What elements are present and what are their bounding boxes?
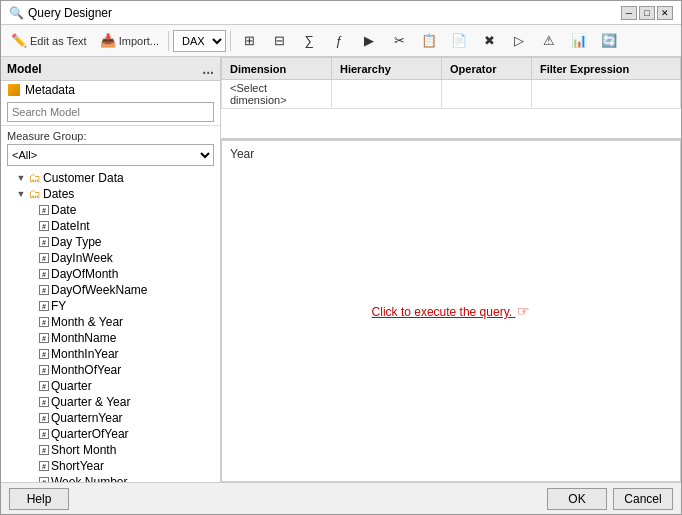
hierarchy-cell [332, 80, 442, 109]
tree-item-quarter-year[interactable]: # Quarter & Year [1, 394, 220, 410]
year-label: Year [230, 147, 254, 161]
field-icon: # [39, 365, 49, 375]
tree-item-fy[interactable]: # FY [1, 298, 220, 314]
model-label: Model [7, 62, 42, 76]
measure-group-dropdown[interactable]: <All> [7, 144, 214, 166]
dimension-table: Dimension Hierarchy Operator Filter Expr… [221, 57, 681, 109]
toolbar-sigma-icon[interactable]: ƒ [325, 29, 353, 53]
metadata-item[interactable]: Metadata [1, 81, 220, 99]
expand-icon: ▼ [15, 172, 27, 184]
tree-area: ▼ 🗂 Customer Data ▼ 🗂 Dates # Date [1, 170, 220, 482]
field-icon: # [39, 253, 49, 263]
tree-item-quarternyear[interactable]: # QuarternYear [1, 410, 220, 426]
field-icon: # [39, 429, 49, 439]
field-icon: # [39, 301, 49, 311]
tree-item-date[interactable]: # Date [1, 202, 220, 218]
toolbar-cut-icon[interactable]: ✂ [385, 29, 413, 53]
tree-item-monthname[interactable]: # MonthName [1, 330, 220, 346]
field-icon: # [39, 461, 49, 471]
toolbar-run-icon[interactable]: ▷ [505, 29, 533, 53]
toolbar-warning-icon[interactable]: ⚠ [535, 29, 563, 53]
tree-item-customer-data[interactable]: ▼ 🗂 Customer Data [1, 170, 220, 186]
tree-item-monthinyear[interactable]: # MonthInYear [1, 346, 220, 362]
toolbar-calc-icon[interactable]: ∑ [295, 29, 323, 53]
field-icon: # [39, 237, 49, 247]
hierarchy-column-header: Hierarchy [332, 58, 442, 80]
operator-cell [442, 80, 532, 109]
click-to-execute-link[interactable]: Click to execute the query. ☞ [372, 303, 531, 319]
left-panel: Model ... Metadata Measure Group: <All> … [1, 57, 221, 482]
dimension-table-area: Dimension Hierarchy Operator Filter Expr… [221, 57, 681, 140]
main-content: Model ... Metadata Measure Group: <All> … [1, 57, 681, 482]
ok-button[interactable]: OK [547, 488, 607, 510]
toolbar-delete-icon[interactable]: ✖ [475, 29, 503, 53]
toolbar-arrow-icon[interactable]: ▶ [355, 29, 383, 53]
field-icon: # [39, 285, 49, 295]
filter-expression-cell [532, 80, 681, 109]
tree-item-quarterofyear[interactable]: # QuarterOfYear [1, 426, 220, 442]
field-icon: # [39, 445, 49, 455]
more-options-button[interactable]: ... [202, 61, 214, 77]
title-bar-controls: ─ □ ✕ [621, 6, 673, 20]
field-icon: # [39, 269, 49, 279]
window-title: Query Designer [28, 6, 112, 20]
tree-item-dayofweekname[interactable]: # DayOfWeekName [1, 282, 220, 298]
maximize-button[interactable]: □ [639, 6, 655, 20]
toolbar-copy-icon[interactable]: 📋 [415, 29, 443, 53]
toolbar-grid-icon[interactable]: ⊞ [235, 29, 263, 53]
import-button[interactable]: 📥 Import... [94, 29, 164, 53]
measure-group-label: Measure Group: [1, 126, 220, 144]
operator-column-header: Operator [442, 58, 532, 80]
title-bar-left: 🔍 Query Designer [9, 6, 112, 20]
field-icon: # [39, 397, 49, 407]
import-icon: 📥 [99, 32, 117, 50]
bottom-left: Help [9, 488, 69, 510]
minimize-button[interactable]: ─ [621, 6, 637, 20]
hand-cursor-icon: ☞ [517, 303, 530, 319]
field-icon: # [39, 349, 49, 359]
tree-item-dateint[interactable]: # DateInt [1, 218, 220, 234]
tree-item-month-year[interactable]: # Month & Year [1, 314, 220, 330]
tree-item-quarter[interactable]: # Quarter [1, 378, 220, 394]
filter-row [221, 109, 681, 139]
cancel-button[interactable]: Cancel [613, 488, 673, 510]
metadata-icon [7, 83, 21, 97]
help-button[interactable]: Help [9, 488, 69, 510]
dax-dropdown[interactable]: DAX [173, 30, 226, 52]
toolbar-separator-1 [168, 31, 169, 51]
field-icon: # [39, 221, 49, 231]
tree-item-dayinweek[interactable]: # DayInWeek [1, 250, 220, 266]
table-row[interactable]: <Select dimension> [222, 80, 681, 109]
filter-expression-column-header: Filter Expression [532, 58, 681, 80]
toolbar-chart-icon[interactable]: 📊 [565, 29, 593, 53]
close-button[interactable]: ✕ [657, 6, 673, 20]
tree-item-week-number[interactable]: # Week Number [1, 474, 220, 482]
data-area: Year Click to execute the query. ☞ [221, 140, 681, 482]
tree-item-dates[interactable]: ▼ 🗂 Dates [1, 186, 220, 202]
folder-icon: 🗂 [29, 171, 41, 185]
tree-item-shortyear[interactable]: # ShortYear [1, 458, 220, 474]
field-icon: # [39, 381, 49, 391]
tree-item-dayofmonth[interactable]: # DayOfMonth [1, 266, 220, 282]
metadata-label: Metadata [25, 83, 75, 97]
title-bar: 🔍 Query Designer ─ □ ✕ [1, 1, 681, 25]
tree-item-monthofyear[interactable]: # MonthOfYear [1, 362, 220, 378]
window-icon: 🔍 [9, 6, 24, 20]
edit-as-text-button[interactable]: ✏️ Edit as Text [5, 29, 92, 53]
right-panel: Dimension Hierarchy Operator Filter Expr… [221, 57, 681, 482]
search-input[interactable] [7, 102, 214, 122]
field-icon: # [39, 333, 49, 343]
bottom-right: OK Cancel [547, 488, 673, 510]
toolbar-pivot-icon[interactable]: 🔄 [595, 29, 623, 53]
toolbar-paste-icon[interactable]: 📄 [445, 29, 473, 53]
bottom-bar: Help OK Cancel [1, 482, 681, 514]
field-icon: # [39, 413, 49, 423]
edit-icon: ✏️ [10, 32, 28, 50]
query-designer-window: 🔍 Query Designer ─ □ ✕ ✏️ Edit as Text 📥… [0, 0, 682, 515]
panel-header: Model ... [1, 57, 220, 81]
toolbar-table-icon[interactable]: ⊟ [265, 29, 293, 53]
tree-item-short-month[interactable]: # Short Month [1, 442, 220, 458]
select-dimension-cell[interactable]: <Select dimension> [230, 82, 287, 106]
tree-item-day-type[interactable]: # Day Type [1, 234, 220, 250]
dimension-column-header: Dimension [222, 58, 332, 80]
